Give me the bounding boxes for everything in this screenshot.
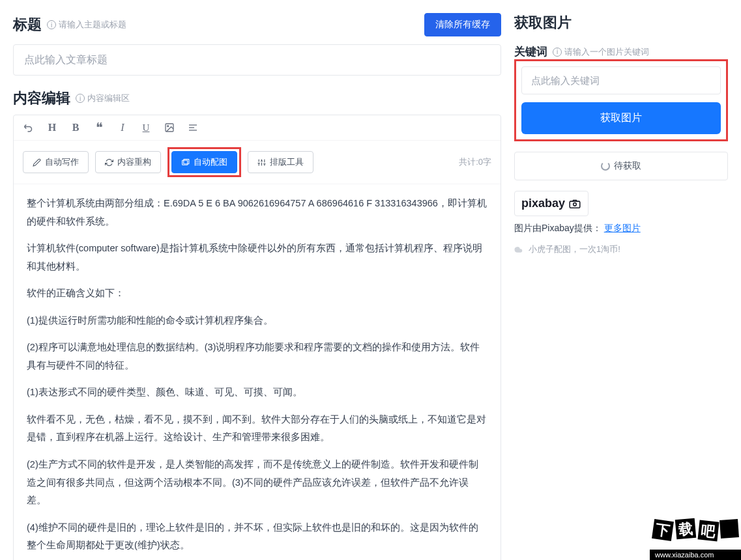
align-left-icon[interactable] xyxy=(187,122,199,133)
auto-write-button[interactable]: 自动写作 xyxy=(23,151,89,173)
keyword-label: 关键词 i 请输入一个图片关键词 xyxy=(514,44,728,59)
svg-text:下: 下 xyxy=(654,521,671,539)
action-bar: 自动写作 内容重构 自动配图 排版工具 xyxy=(14,141,501,184)
pending-status: 待获取 xyxy=(514,152,728,180)
svg-rect-5 xyxy=(182,160,188,165)
title-hint: i 请输入主题或标题 xyxy=(47,19,126,31)
highlight-keyword-area: 获取图片 xyxy=(514,59,728,141)
svg-rect-6 xyxy=(184,159,189,163)
content-hint: i 内容编辑区 xyxy=(76,92,130,104)
svg-rect-21 xyxy=(719,519,739,539)
images-icon xyxy=(181,158,190,167)
footer-note: 小虎子配图，一次1淘币! xyxy=(514,244,728,255)
left-panel: 标题 i 请输入主题或标题 清除所有缓存 内容编辑 i 内容编辑区 xyxy=(0,0,514,560)
watermark-url: www.xiazaiba.com xyxy=(650,550,741,560)
paragraph: (1)表达形式不同的硬件类型、颜色、味道、可见、可摸、可闻。 xyxy=(27,384,487,402)
content-header: 内容编辑 i 内容编辑区 xyxy=(13,89,501,108)
svg-rect-16 xyxy=(570,201,580,208)
heading-icon[interactable]: H xyxy=(46,122,58,133)
info-icon: i xyxy=(47,20,56,29)
layout-tool-button[interactable]: 排版工具 xyxy=(248,151,313,173)
refresh-icon xyxy=(105,158,113,167)
highlight-auto-image: 自动配图 xyxy=(167,147,241,177)
more-images-link[interactable]: 更多图片 xyxy=(604,223,641,233)
paragraph: (1)提供运行时所需功能和性能的命令或计算机程序集合。 xyxy=(27,312,487,330)
content-label: 内容编辑 i 内容编辑区 xyxy=(13,89,130,108)
svg-point-17 xyxy=(574,203,577,206)
info-icon: i xyxy=(76,94,85,103)
paragraph: (2)程序可以满意地处理信息的数据结构。(3)说明程序功能要求和程序需要的文档的… xyxy=(27,339,487,374)
pixabay-logo: pixabay xyxy=(514,191,588,216)
editor-toolbar: H B ❝ I U xyxy=(14,115,501,141)
get-image-button[interactable]: 获取图片 xyxy=(521,102,721,134)
cloud-icon xyxy=(514,245,525,253)
title-header: 标题 i 请输入主题或标题 清除所有缓存 xyxy=(13,13,501,36)
camera-icon xyxy=(568,199,581,208)
action-buttons: 自动写作 内容重构 自动配图 排版工具 xyxy=(23,147,313,177)
provided-text: 图片由Pixabay提供： 更多图片 xyxy=(514,223,728,234)
settings-icon xyxy=(257,158,266,167)
title-text: 标题 xyxy=(13,15,42,35)
svg-text:吧: 吧 xyxy=(701,522,717,540)
watermark: 下 载 吧 www.xiazaiba.com xyxy=(650,517,741,560)
loading-icon xyxy=(601,161,610,171)
paragraph: 软件看不见，无色，枯燥，看不见，摸不到，闻不到。软件大部分存在于人们的头脑或纸上… xyxy=(27,411,487,447)
paragraph: (2)生产方式不同的软件是开发，是人类智能的高发挥，而不是传统意义上的硬件制造。… xyxy=(27,456,487,510)
keyword-hint: i 请输入一个图片关键词 xyxy=(553,46,649,58)
watermark-logo: 下 载 吧 xyxy=(650,517,741,550)
restructure-button[interactable]: 内容重构 xyxy=(95,151,161,173)
paragraph: 整个计算机系统由两部分组成：E.69DA 5 E 6 BA 9062616964… xyxy=(27,195,487,231)
keyword-input[interactable] xyxy=(521,66,721,94)
quote-icon[interactable]: ❝ xyxy=(93,122,105,133)
undo-icon[interactable] xyxy=(23,122,35,133)
right-panel: 获取图片 关键词 i 请输入一个图片关键词 获取图片 待获取 pixabay 图… xyxy=(514,0,741,560)
svg-text:载: 载 xyxy=(677,520,693,538)
paragraph: 计算机软件(computer software)是指计算机系统中除硬件以外的所有… xyxy=(27,240,487,275)
editor-content[interactable]: 整个计算机系统由两部分组成：E.69DA 5 E 6 BA 9062616964… xyxy=(14,184,501,560)
underline-icon[interactable]: U xyxy=(140,122,152,133)
italic-icon[interactable]: I xyxy=(117,122,128,133)
paragraph: 软件的正确含义如下： xyxy=(27,285,487,303)
title-label: 标题 i 请输入主题或标题 xyxy=(13,15,126,35)
word-count: 共计:0字 xyxy=(459,156,491,168)
paragraph: (4)维护不同的硬件是旧的，理论上软件是旧的，并不坏，但实际上软件也是旧的和坏的… xyxy=(27,519,487,555)
editor-box: H B ❝ I U 自动写作 xyxy=(13,115,501,560)
image-icon[interactable] xyxy=(164,122,175,133)
article-title-input[interactable] xyxy=(13,44,501,76)
svg-point-1 xyxy=(167,126,169,127)
bold-icon[interactable]: B xyxy=(70,122,81,133)
clear-cache-button[interactable]: 清除所有缓存 xyxy=(424,13,501,36)
auto-image-button[interactable]: 自动配图 xyxy=(171,151,237,173)
pencil-icon xyxy=(33,158,41,167)
image-panel-title: 获取图片 xyxy=(514,13,728,33)
info-icon: i xyxy=(553,48,562,57)
